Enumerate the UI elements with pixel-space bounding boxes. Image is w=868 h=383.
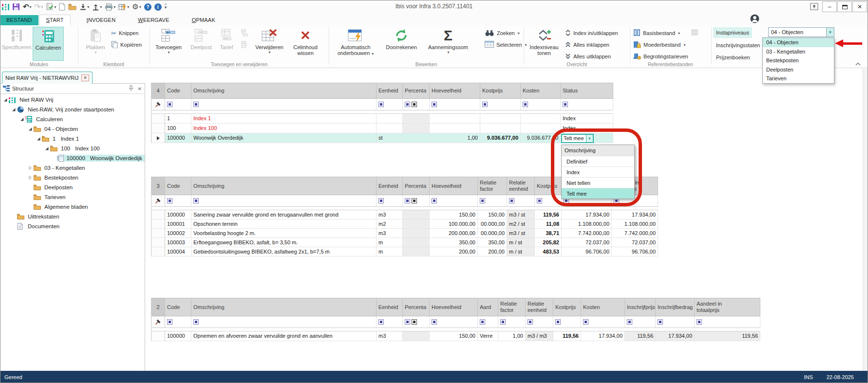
filter-cell[interactable] [561, 99, 613, 110]
account-icon[interactable] [750, 14, 759, 24]
filter-cell[interactable] [430, 195, 478, 207]
column-header-kostprijs[interactable]: Kostprijs [480, 83, 521, 99]
cell[interactable]: Index 1 [191, 114, 377, 124]
cell[interactable]: 100000 [165, 210, 191, 219]
filter-cell[interactable] [191, 316, 377, 328]
column-header-percenta[interactable]: Percenta [403, 177, 430, 195]
tab-weergave[interactable]: WEERGAVE [132, 15, 175, 25]
filter-icon-active[interactable] [412, 198, 417, 203]
column-header-kosten[interactable]: Kosten [581, 298, 625, 316]
filter-cell[interactable] [695, 316, 760, 328]
cell[interactable]: 38,71 [535, 229, 562, 238]
cell[interactable]: 96.706,00 [612, 247, 658, 256]
collapse-ribbon-icon[interactable] [855, 61, 861, 67]
cell[interactable]: 150,00 [478, 210, 507, 219]
close-panel-icon[interactable]: ✕ [138, 86, 142, 91]
column-header-relatie-factor[interactable]: Relatie factor [478, 177, 507, 195]
cell[interactable]: 100004 [165, 247, 191, 256]
cell[interactable]: 119,56 [625, 331, 656, 341]
cell[interactable]: 100002 [165, 229, 191, 238]
filter-icon[interactable] [193, 319, 199, 325]
column-header-relatie-eenheid[interactable]: Relatie eenheid [526, 298, 553, 316]
tree-item-deelposten[interactable]: Deelposten [0, 182, 145, 192]
filter-cell[interactable] [165, 195, 191, 207]
cell[interactable]: m [377, 247, 403, 256]
tree-item-uittrekstaten[interactable]: Uittrekstaten [0, 212, 145, 221]
cell[interactable] [521, 114, 561, 124]
cell[interactable]: 100000 [165, 331, 191, 341]
filter-icon[interactable] [658, 319, 663, 325]
expanded-arrow-icon[interactable] [35, 136, 42, 141]
filter-icon[interactable] [193, 102, 199, 107]
deelpost-button[interactable]: Deelpost [188, 27, 214, 61]
cell[interactable] [403, 247, 430, 256]
tree-item-index-100[interactable]: 100Index 100 [0, 144, 145, 153]
cell[interactable]: 205,82 [535, 238, 562, 247]
pin-panel-icon[interactable] [810, 3, 818, 11]
cell[interactable] [521, 124, 561, 133]
filter-cell[interactable] [507, 195, 535, 207]
column-header-relatie-eenheid[interactable]: Relatie eenheid [507, 177, 535, 195]
filter-icon[interactable] [167, 102, 172, 107]
filter-cell[interactable] [403, 99, 430, 110]
tab-invoegen[interactable]: INVOEGEN [80, 15, 122, 25]
tab-start[interactable]: START [39, 15, 71, 25]
specificeren-button[interactable]: Specificeren [2, 27, 31, 61]
instapniveau-option-tarieven[interactable]: Tarieven [763, 74, 834, 83]
column-header-code[interactable]: Code [165, 298, 191, 316]
kopieren-button[interactable]: Kopiëren [111, 39, 142, 50]
filter-icon[interactable] [697, 319, 702, 325]
knippen-button[interactable]: ✂ Knippen [111, 28, 138, 38]
pin-icon[interactable] [151, 316, 165, 328]
pin-icon[interactable] [151, 99, 165, 110]
cell[interactable]: 72.037,00 [562, 238, 612, 247]
cell[interactable]: 17.934,00 [656, 331, 695, 341]
filter-cell[interactable] [165, 99, 191, 110]
filter-cell[interactable] [521, 99, 561, 110]
column-header-eenheid[interactable]: Eenheid [377, 83, 403, 99]
cell[interactable] [403, 114, 430, 124]
tree-item-04-objecten[interactable]: 04 - Objecten [0, 124, 145, 134]
cell[interactable]: st [377, 133, 403, 143]
filter-cell[interactable] [478, 195, 507, 207]
filter-icon[interactable] [537, 198, 542, 203]
column-header-inschrijfbedrag[interactable]: Inschrijfbedrag [656, 298, 695, 316]
alles-inklappen-button[interactable]: Alles inklappen [565, 39, 609, 50]
cell[interactable] [377, 124, 403, 133]
cell[interactable]: Woonwijk Overdedijk [191, 133, 377, 143]
tree-item-documenten[interactable]: Documenten [0, 221, 145, 231]
cell[interactable]: 72.037,00 [612, 238, 658, 247]
cell[interactable]: Voorbelasting hoogte 2 m. [191, 229, 377, 238]
filter-icon[interactable] [523, 102, 528, 107]
expanded-arrow-icon[interactable] [10, 107, 17, 112]
instapniveau-option-03-kengetallen[interactable]: 03 - Kengetallen [763, 47, 834, 56]
column-header-code[interactable]: Code [165, 83, 191, 99]
tarief-button[interactable]: Tarief [216, 27, 237, 61]
moederbestand-button[interactable]: Moederbestand▾ [633, 39, 685, 50]
cell[interactable]: 96.706,00 [562, 247, 612, 256]
column-header-relatie-factor[interactable]: Relatie factor [498, 298, 526, 316]
cell[interactable] [480, 124, 521, 133]
pin-icon[interactable] [151, 195, 165, 207]
filter-cell[interactable] [581, 316, 625, 328]
filter-icon[interactable] [378, 102, 384, 107]
column-header-kosten[interactable]: Kosten [521, 83, 561, 99]
column-header-hoeveelheid[interactable]: Hoeveelheid [430, 298, 478, 316]
tree-item-calculeren[interactable]: Calculeren [0, 114, 145, 124]
tree-item-niet-raw-vrij[interactable]: Niet RAW Vrij [0, 95, 145, 105]
filter-cell[interactable] [480, 99, 521, 110]
cell[interactable]: 100.000,00 [430, 219, 478, 229]
cell[interactable]: 350,00 [430, 238, 478, 247]
filter-icon[interactable] [405, 102, 410, 107]
cell[interactable] [403, 238, 430, 247]
column-header-code[interactable]: Code [165, 177, 191, 195]
filter-cell[interactable] [430, 99, 480, 110]
basisbestand-button[interactable]: Basisbestand▾ [633, 28, 680, 38]
cell[interactable]: 483,53 [535, 247, 562, 256]
filter-icon[interactable] [480, 198, 485, 203]
cell[interactable] [377, 114, 403, 124]
column-header-omschrijving[interactable]: Omschrijving [191, 83, 377, 99]
expanded-arrow-icon[interactable] [27, 127, 34, 131]
cell[interactable]: 1,00 [498, 331, 526, 341]
insert-level-icon[interactable] [241, 29, 248, 38]
